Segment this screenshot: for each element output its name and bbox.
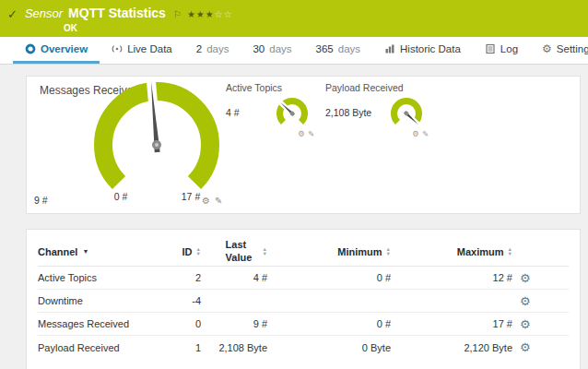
column-label: Last Value	[226, 239, 259, 263]
channel-settings-icon[interactable]: ⚙	[520, 340, 531, 354]
main-gauge-actions: ⚙ ✎	[202, 196, 222, 206]
small-gauge-value: 4 #	[226, 107, 240, 118]
channel-name-cell[interactable]: Payload Received	[38, 342, 153, 353]
id-cell: 2	[153, 272, 201, 283]
edit-icon[interactable]: ✎	[215, 196, 222, 206]
gear-icon[interactable]: ⚙	[202, 196, 210, 206]
small-gauge-chart	[272, 94, 312, 129]
gauges-panel: Messages Received 0 # 17 # 9 # ⚙ ✎ Activ…	[26, 76, 581, 214]
tab-unit: days	[338, 43, 360, 54]
table-row[interactable]: Messages Received 0 9 # 0 # 17 # ⚙	[38, 313, 569, 336]
small-gauge-actions: ⚙ ✎	[386, 129, 429, 138]
sort-desc-arrow: ▼	[508, 252, 512, 256]
column-label: Maximum	[457, 246, 504, 257]
small-gauge-actions: ⚙ ✎	[272, 129, 314, 138]
main-gauge: 0 # 17 #	[69, 78, 244, 213]
tab-30-days[interactable]: 30 days	[241, 37, 303, 64]
flag-icon[interactable]: ⚐	[173, 9, 182, 19]
sensor-tab-bar: Overview Live Data 2 days 30 days 365 da…	[0, 37, 588, 65]
column-header-maximum[interactable]: Maximum ▲▼	[391, 246, 512, 257]
column-header-minimum[interactable]: Minimum ▲▼	[267, 246, 391, 257]
sensor-header: ✓ Sensor MQTT Statistics ⚐ ★★★☆☆ OK	[0, 0, 588, 37]
log-list-icon	[485, 43, 496, 54]
channel-name-cell[interactable]: Messages Received	[38, 318, 153, 329]
edit-icon[interactable]: ✎	[422, 129, 429, 138]
status-ok-check-icon: ✓	[7, 7, 18, 21]
tab-number: 365	[316, 43, 334, 54]
tab-live-data[interactable]: Live Data	[100, 37, 184, 64]
table-header-row: Channel ▼ ID ▲▼ Last Value ▲▼ Minimum ▲▼…	[38, 237, 569, 267]
tab-365-days[interactable]: 365 days	[304, 37, 372, 64]
tab-historic-data[interactable]: Historic Data	[372, 37, 473, 64]
page-title: MQTT Statistics	[68, 6, 166, 20]
tab-unit: days	[269, 43, 291, 54]
tab-2-days[interactable]: 2 days	[184, 37, 241, 64]
table-row[interactable]: Active Topics 2 4 # 0 # 12 # ⚙	[38, 267, 569, 290]
minimum-cell: 0 Byte	[267, 342, 391, 353]
tab-overview[interactable]: Overview	[13, 37, 100, 64]
status-badge: OK	[64, 23, 233, 33]
object-kind-label: Sensor	[25, 6, 63, 20]
priority-rating[interactable]: ★★★☆☆	[187, 9, 233, 19]
minimum-cell: 0 #	[267, 272, 391, 283]
id-cell: -4	[153, 295, 201, 306]
tab-settings[interactable]: ⚙ Settings	[530, 37, 588, 64]
column-label: Minimum	[337, 246, 382, 257]
small-gauge-value: 2,108 Byte	[325, 107, 371, 118]
last-value-cell: 9 #	[201, 318, 267, 329]
main-gauge-chart	[69, 78, 244, 195]
small-gauge-title: Payload Received	[325, 82, 429, 93]
star-empty-icons[interactable]: ☆☆	[215, 9, 233, 19]
minimum-cell: 0 #	[267, 318, 391, 329]
small-gauge-payload-received: Payload Received 2,108 Byte	[325, 82, 429, 138]
donut-chart-icon	[25, 43, 36, 54]
column-header-channel[interactable]: Channel ▼	[38, 246, 153, 257]
gear-icon: ⚙	[542, 43, 552, 54]
tab-unit: days	[206, 43, 229, 54]
tab-label: Live Data	[127, 43, 172, 54]
tab-label: Log	[500, 43, 518, 54]
channel-name-cell[interactable]: Active Topics	[38, 272, 153, 283]
tab-log[interactable]: Log	[473, 37, 530, 64]
live-signal-icon	[112, 43, 123, 54]
tab-number: 30	[253, 43, 265, 54]
sort-desc-icon[interactable]: ▼	[82, 248, 88, 255]
gear-icon[interactable]: ⚙	[412, 129, 419, 138]
channel-name-cell[interactable]: Downtime	[38, 295, 153, 306]
column-label: Channel	[38, 246, 77, 257]
bar-chart-icon	[384, 43, 395, 54]
last-value-cell: 2,108 Byte	[201, 342, 267, 353]
tab-label: Overview	[41, 43, 88, 54]
column-header-id[interactable]: ID ▲▼	[153, 246, 201, 257]
tab-label: Historic Data	[400, 43, 461, 54]
tab-number: 2	[196, 43, 202, 54]
table-row[interactable]: Downtime -4 ⚙	[38, 290, 569, 313]
edit-icon[interactable]: ✎	[308, 129, 314, 138]
column-header-last-value[interactable]: Last Value ▲▼	[201, 239, 267, 263]
main-gauge-value: 9 #	[34, 195, 48, 206]
maximum-cell: 12 #	[391, 272, 512, 283]
id-cell: 0	[153, 318, 201, 329]
gear-icon[interactable]: ⚙	[298, 129, 305, 138]
small-gauges: Active Topics 4 # ⚙	[226, 82, 429, 138]
star-filled-icons[interactable]: ★★★	[187, 9, 215, 19]
overview-content: Messages Received 0 # 17 # 9 # ⚙ ✎ Activ…	[0, 65, 588, 369]
title-block: Sensor MQTT Statistics ⚐ ★★★☆☆ OK	[25, 6, 233, 33]
small-gauge-chart	[386, 94, 427, 129]
tab-label: Settings	[557, 43, 588, 54]
small-gauge-active-topics: Active Topics 4 # ⚙	[226, 82, 314, 138]
channel-settings-icon[interactable]: ⚙	[520, 294, 531, 308]
small-gauge-title: Active Topics	[226, 82, 314, 93]
channel-settings-icon[interactable]: ⚙	[520, 271, 531, 285]
sort-icon[interactable]: ▲▼	[508, 247, 512, 256]
maximum-cell: 17 #	[391, 318, 512, 329]
channel-settings-icon[interactable]: ⚙	[520, 317, 531, 331]
table-row[interactable]: Payload Received 1 2,108 Byte 0 Byte 2,1…	[38, 336, 569, 359]
channels-table-panel: Channel ▼ ID ▲▼ Last Value ▲▼ Minimum ▲▼…	[26, 229, 581, 369]
maximum-cell: 2,120 Byte	[391, 342, 512, 353]
id-cell: 1	[153, 342, 201, 353]
column-label: ID	[182, 246, 193, 257]
last-value-cell: 4 #	[201, 272, 267, 283]
gauge-scale-min: 0 #	[102, 191, 139, 202]
